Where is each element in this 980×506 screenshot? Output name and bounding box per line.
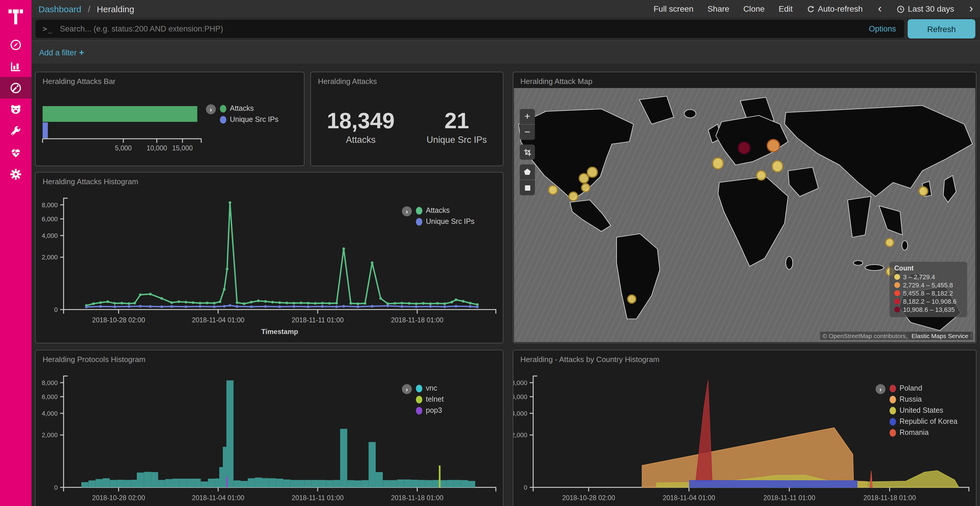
svg-text:8,000: 8,000: [513, 379, 527, 387]
legend-item[interactable]: Russia: [889, 395, 958, 403]
zoom-out-button[interactable]: −: [520, 125, 535, 140]
filter-bar: Add a filter+: [32, 40, 980, 63]
legend-toggle-icon[interactable]: ›: [402, 384, 412, 394]
svg-text:2018-11-04 01:00: 2018-11-04 01:00: [192, 316, 244, 324]
svg-text:2018-11-18 01:00: 2018-11-18 01:00: [863, 494, 916, 501]
legend: ›PolandRussiaUnited StatesRepublic of Ko…: [876, 384, 958, 437]
svg-text:0: 0: [54, 306, 58, 313]
options-link[interactable]: Options: [869, 20, 896, 38]
svg-text:0: 0: [524, 484, 527, 491]
legend-item[interactable]: telnet: [416, 395, 444, 403]
legend-dot-icon: [889, 395, 896, 403]
metric-ips-label: Unique Src IPs: [427, 134, 487, 145]
time-forward-button[interactable]: ›: [968, 5, 974, 13]
sidebar-item-dashboard[interactable]: [0, 77, 32, 98]
legend-label: Republic of Korea: [899, 417, 958, 425]
ems-attribution[interactable]: Elastic Maps Service: [909, 332, 970, 340]
osm-attribution[interactable]: © OpenStreetMap contributors,: [822, 332, 907, 339]
attack-location-circle[interactable]: [581, 183, 590, 192]
legend-item[interactable]: Unique Src IPs: [220, 116, 278, 124]
attack-location-circle[interactable]: [766, 138, 780, 152]
svg-text:2018-11-04 01:00: 2018-11-04 01:00: [192, 494, 244, 501]
legend-toggle-icon[interactable]: ›: [876, 384, 886, 394]
svg-text:6,000: 6,000: [42, 393, 58, 400]
legend-item[interactable]: pop3: [416, 406, 444, 414]
add-filter-link[interactable]: Add a filter+: [39, 47, 84, 57]
svg-text:4,000: 4,000: [513, 410, 527, 417]
svg-text:4,000: 4,000: [42, 232, 58, 239]
legend-item[interactable]: vnc: [416, 384, 444, 392]
panel-heralding-protocols-histogram: Heralding Protocols Histogram 02,0004,00…: [35, 350, 503, 506]
legend: ›AttacksUnique Src IPs: [206, 104, 278, 124]
map-legend-item: 2,729.4 – 5,455.8: [894, 282, 963, 289]
map-legend-title: Count: [894, 265, 963, 272]
draw-polygon-button[interactable]: [520, 164, 535, 179]
map-count-legend: Count 3 – 2,729.42,729.4 – 5,455.85,455.…: [889, 262, 967, 317]
edit-button[interactable]: Edit: [779, 4, 793, 13]
svg-text:2,000: 2,000: [513, 431, 527, 439]
svg-text:2018-10-28 02:00: 2018-10-28 02:00: [92, 494, 145, 501]
legend-dot-icon: [416, 384, 422, 392]
wrench-icon: [10, 124, 22, 137]
telekom-t-icon: [7, 7, 24, 27]
legend-label: Attacks: [230, 104, 254, 113]
clone-button[interactable]: Clone: [743, 4, 764, 13]
panel-title: Heralding Attack Map: [513, 72, 976, 86]
world-map[interactable]: + −: [514, 88, 975, 342]
legend-label: Russia: [899, 395, 922, 403]
legend-item[interactable]: Unique Src IPs: [416, 217, 474, 225]
legend-item[interactable]: Poland: [889, 384, 958, 392]
full-screen-button[interactable]: Full screen: [654, 4, 694, 13]
bar-chart-icon: [10, 60, 22, 73]
legend-item[interactable]: Attacks: [416, 206, 474, 214]
panel-heralding-attacks-bar: Heralding Attacks Bar 5,00010,00015,000 …: [35, 72, 304, 166]
legend-item[interactable]: Republic of Korea: [889, 417, 958, 425]
app-root: Dashboard / Heralding Full screen Share …: [0, 0, 980, 506]
panel-heralding-attacks-by-country-histogram: Heralding - Attacks by Country Histogram…: [513, 350, 977, 506]
clock-icon: [897, 5, 905, 13]
metric-attacks-label: Attacks: [327, 134, 395, 145]
svg-text:5,000: 5,000: [115, 144, 132, 152]
sidebar-nav: [0, 34, 32, 185]
telekom-logo[interactable]: [0, 0, 32, 34]
sidebar-item-honeypot[interactable]: [0, 98, 32, 120]
attack-location-circle[interactable]: [737, 141, 751, 155]
time-range-picker[interactable]: Last 30 days: [897, 4, 955, 13]
sidebar-item-dev-tools[interactable]: [0, 120, 32, 142]
sidebar-item-management[interactable]: [0, 163, 32, 185]
legend-label: Attacks: [426, 206, 450, 214]
time-back-button[interactable]: ‹: [877, 5, 883, 13]
metric-group: 18,349 Attacks 21 Unique Src IPs: [311, 92, 503, 162]
legend-toggle-icon[interactable]: ›: [206, 104, 216, 114]
sidebar-item-monitoring[interactable]: [0, 142, 32, 163]
svg-text:10,000: 10,000: [146, 144, 167, 152]
svg-text:15,000: 15,000: [172, 144, 192, 152]
sidebar-item-discover[interactable]: [0, 34, 32, 56]
sidebar: [0, 0, 32, 506]
legend-item[interactable]: United States: [889, 406, 958, 414]
legend-item[interactable]: Attacks: [220, 104, 278, 113]
auto-refresh-button[interactable]: Auto-refresh: [807, 4, 863, 13]
gauge-icon: [10, 81, 22, 94]
breadcrumb-dashboard-link[interactable]: Dashboard: [38, 4, 81, 14]
attack-location-circle[interactable]: [627, 295, 637, 304]
legend-item[interactable]: Romania: [889, 428, 958, 437]
svg-text:4,000: 4,000: [42, 410, 58, 417]
fit-bounds-button[interactable]: [520, 144, 535, 160]
polygon-icon: [523, 168, 531, 176]
svg-text:2,000: 2,000: [42, 254, 58, 261]
sidebar-item-visualize[interactable]: [0, 56, 32, 77]
zoom-in-button[interactable]: +: [520, 109, 535, 124]
search-input[interactable]: [59, 24, 869, 34]
share-button[interactable]: Share: [708, 4, 729, 13]
legend-toggle-icon[interactable]: ›: [402, 206, 412, 216]
refresh-button[interactable]: Refresh: [908, 19, 975, 38]
svg-text:8,000: 8,000: [42, 379, 58, 387]
attack-location-circle[interactable]: [885, 238, 894, 247]
svg-text:6,000: 6,000: [513, 393, 527, 400]
map-legend-dot-icon: [894, 274, 900, 280]
svg-text:6,000: 6,000: [42, 216, 58, 223]
search-box: >_ Options: [36, 20, 904, 38]
panel-title: Heralding Attacks Histogram: [36, 173, 503, 186]
draw-rectangle-button[interactable]: [520, 180, 535, 195]
